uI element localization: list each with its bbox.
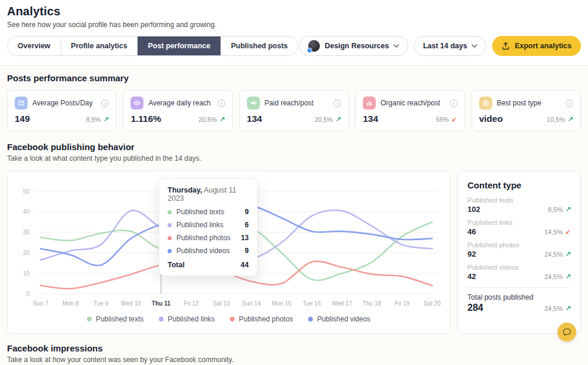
- legend-published-photos[interactable]: Published photos: [230, 315, 293, 323]
- publishing-chart-card: 01020304050Sun 7Mon 8Tue 9Wed 10Thu 11Fr…: [7, 171, 450, 334]
- eye-icon: [131, 97, 143, 110]
- svg-text:Mon 15: Mon 15: [272, 300, 292, 307]
- tab-published-posts[interactable]: Published posts: [220, 36, 298, 55]
- main-content: Posts performance summary Average Posts/…: [0, 66, 588, 365]
- summary-heading: Posts performance summary: [7, 73, 581, 83]
- chat-bubble-icon: [562, 327, 572, 337]
- trend-arrow-icon: ↗: [565, 304, 571, 313]
- svg-text:Sat 13: Sat 13: [213, 300, 230, 307]
- export-analytics-label: Export analytics: [514, 42, 572, 50]
- stat-delta: 55%: [436, 116, 449, 123]
- tab-overview[interactable]: Overview: [8, 36, 61, 55]
- tooltip-row: Published links 6: [168, 221, 249, 229]
- legend-published-links[interactable]: Published links: [159, 315, 215, 323]
- tooltip-date: Thursday, August 11 2023: [168, 186, 249, 203]
- content-type-row-videos: Published videos 42 24,5%↗: [467, 264, 571, 281]
- photos-dot-icon: [230, 317, 235, 321]
- links-dot-icon: [168, 223, 172, 227]
- stat-delta: 20,5%: [199, 116, 217, 123]
- svg-text:Thu 18: Thu 18: [363, 300, 382, 307]
- trend-arrow-icon: ↗: [565, 205, 571, 214]
- links-dot-icon: [159, 317, 163, 321]
- content-type-row-texts: Published texts 102 8,5%↗: [467, 197, 571, 214]
- date-range-label: Last 14 days: [423, 42, 467, 50]
- tooltip-row: Published photos 13: [168, 234, 249, 242]
- trend-arrow-icon: ↗: [565, 273, 571, 281]
- trend-arrow-icon: ↙: [452, 115, 457, 124]
- stat-label: Best post type: [497, 99, 561, 107]
- legend-published-texts[interactable]: Published texts: [87, 315, 143, 323]
- content-type-card: Content type Published texts 102 8,5%↗ P…: [457, 171, 581, 334]
- svg-text:0: 0: [26, 291, 29, 297]
- content-type-total: Total posts published 284 24,5%↗: [467, 293, 571, 313]
- summary-cards: Average Posts/Day 149 8,5%↗ Average dail…: [7, 90, 581, 131]
- stat-value: 149: [15, 114, 30, 124]
- info-icon[interactable]: [101, 99, 109, 107]
- impressions-section: Facebook impressions Take a look at how …: [7, 343, 581, 364]
- chart-tooltip: Thursday, August 11 2023 Published texts…: [159, 178, 258, 276]
- stat-value: video: [479, 114, 503, 124]
- chevron-down-icon: [472, 44, 477, 48]
- info-icon[interactable]: [450, 99, 457, 107]
- content-type-row-links: Published links 46 14,5%↙: [467, 219, 571, 236]
- videos-dot-icon: [308, 317, 313, 321]
- account-selector[interactable]: Design Resources: [299, 36, 408, 56]
- svg-text:Wed 17: Wed 17: [332, 300, 352, 307]
- date-range-selector[interactable]: Last 14 days: [414, 36, 486, 56]
- chart-legend: Published texts Published links Publishe…: [12, 315, 445, 323]
- info-icon[interactable]: [333, 99, 341, 107]
- stat-card-organic-reach: Organic reach/post 134 55%↙: [355, 90, 465, 131]
- stat-card-daily-reach: Average daily reach 1.116% 20,5%↗: [123, 90, 232, 131]
- stat-label: Paid reach/post: [265, 99, 329, 107]
- tooltip-total: Total44: [168, 261, 249, 269]
- content-type-row-photos: Published photos 92 24,5%↗: [467, 241, 571, 258]
- stat-card-best-post-type: Best post type video 10,5%↗: [472, 90, 581, 131]
- page-subtitle: See here how your social profile has bee…: [7, 21, 581, 29]
- trend-arrow-icon: ↗: [335, 115, 341, 124]
- chat-support-button[interactable]: [557, 323, 576, 341]
- camera-icon: [479, 97, 492, 110]
- texts-dot-icon: [168, 210, 172, 214]
- trend-arrow-icon: ↙: [565, 228, 571, 236]
- posts-icon: [15, 97, 28, 110]
- stat-value: 134: [363, 114, 378, 124]
- svg-text:30: 30: [23, 229, 30, 235]
- legend-published-videos[interactable]: Published videos: [308, 315, 370, 323]
- trend-arrow-icon: ↗: [567, 115, 573, 124]
- info-icon[interactable]: [566, 99, 573, 107]
- charts-row: 01020304050Sun 7Mon 8Tue 9Wed 10Thu 11Fr…: [7, 171, 581, 334]
- photos-dot-icon: [168, 236, 172, 240]
- svg-text:Fri 12: Fri 12: [183, 300, 199, 307]
- stat-delta: 20,5%: [315, 116, 333, 123]
- texts-dot-icon: [87, 317, 92, 321]
- svg-text:10: 10: [23, 270, 30, 277]
- analytics-tabs: Overview Profile analytics Post performa…: [7, 36, 298, 56]
- svg-text:50: 50: [23, 188, 30, 195]
- svg-text:40: 40: [23, 208, 30, 215]
- stat-label: Organic reach/post: [380, 99, 445, 107]
- stat-delta: 8,5%: [86, 116, 101, 123]
- tooltip-row: Published videos 9: [168, 247, 249, 255]
- stat-card-paid-reach: Paid reach/post 134 20,5%↗: [239, 90, 349, 131]
- svg-text:Wed 10: Wed 10: [121, 300, 142, 307]
- export-icon: [502, 42, 510, 50]
- stat-label: Average Posts/Day: [32, 99, 96, 107]
- stat-value: 1.116%: [131, 114, 161, 124]
- info-icon[interactable]: [218, 99, 225, 107]
- svg-text:Sun 7: Sun 7: [33, 300, 49, 307]
- stat-card-avg-posts: Average Posts/Day 149 8,5%↗: [7, 90, 116, 131]
- svg-text:Thu 11: Thu 11: [152, 300, 171, 307]
- impressions-subtitle: Take a look at how your content was seen…: [7, 356, 581, 364]
- toolbar-controls: Design Resources Last 14 days Export ana…: [299, 36, 581, 56]
- trend-arrow-icon: ↗: [103, 115, 109, 124]
- tab-post-performance[interactable]: Post performance: [137, 36, 220, 55]
- stat-value: 134: [247, 114, 262, 124]
- trend-arrow-icon: ↗: [219, 115, 225, 124]
- export-analytics-button[interactable]: Export analytics: [492, 36, 581, 56]
- content-type-heading: Content type: [467, 180, 571, 190]
- tab-profile-analytics[interactable]: Profile analytics: [61, 36, 138, 55]
- svg-text:Sat 20: Sat 20: [424, 300, 441, 307]
- svg-text:Tue 16: Tue 16: [303, 300, 321, 307]
- tooltip-row: Published texts 9: [168, 208, 249, 216]
- videos-dot-icon: [168, 249, 172, 253]
